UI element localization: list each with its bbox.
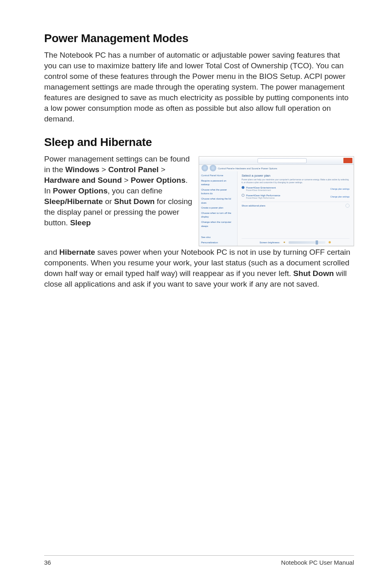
sidebar-item: Choose what closing the lid does bbox=[201, 197, 235, 205]
heading-power-management: Power Management Modes bbox=[44, 32, 354, 45]
page-footer: 36 Notebook PC User Manual bbox=[44, 555, 354, 566]
page-number: 36 bbox=[44, 559, 51, 566]
chevron-down-icon bbox=[345, 204, 350, 208]
change-settings-link: Change plan settings bbox=[330, 195, 350, 198]
bold-sleep: Sleep bbox=[70, 218, 91, 227]
bold-power-options-2: Power Options bbox=[53, 186, 108, 195]
text-fragment: > bbox=[159, 165, 165, 174]
brightness-label: Screen brightness: bbox=[260, 241, 280, 244]
bold-hardware-sound: Hardware and Sound bbox=[44, 176, 122, 184]
radio-icon bbox=[242, 186, 244, 189]
para-power-management: The Notebook PC has a number of automati… bbox=[44, 50, 354, 124]
breadcrumb-text: Control Panel ▸ Hardware and Sound ▸ Pow… bbox=[218, 167, 277, 170]
panel-title: Select a power plan bbox=[242, 174, 350, 177]
text-fragment: > bbox=[99, 165, 108, 174]
breadcrumb: Control Panel ▸ Hardware and Sound ▸ Pow… bbox=[199, 165, 354, 171]
radio-icon bbox=[242, 194, 244, 197]
power-plan-row: Power4Gear High Performance Power4Gear H… bbox=[242, 194, 350, 199]
sidebar: Control Panel Home Require a password on… bbox=[199, 171, 238, 246]
forward-icon bbox=[210, 165, 216, 171]
show-additional-row: Show additional plans bbox=[242, 202, 350, 208]
slider-knob bbox=[316, 240, 318, 245]
brightness-slider bbox=[289, 241, 325, 244]
sun-bright-icon bbox=[328, 240, 332, 244]
main-panel: Select a power plan Power plans can help… bbox=[238, 171, 354, 246]
sidebar-item: Create a power plan bbox=[201, 206, 235, 210]
sun-dim-icon bbox=[282, 240, 286, 244]
sidebar-item: Require a password on wakeup bbox=[201, 179, 235, 187]
figure-power-options-window: Control Panel ▸ Hardware and Sound ▸ Pow… bbox=[199, 156, 354, 246]
text-fragment: or bbox=[103, 197, 114, 206]
back-icon bbox=[202, 165, 208, 171]
text-fragment: , you can define bbox=[108, 186, 162, 195]
text-fragment: > bbox=[122, 176, 131, 184]
window-titlebar bbox=[199, 157, 354, 165]
see-also-item: Personalization bbox=[201, 241, 235, 245]
text-fragment: and bbox=[44, 248, 59, 256]
heading-sleep-hibernate: Sleep and Hibernate bbox=[44, 136, 354, 149]
search-field bbox=[258, 158, 307, 163]
manual-title: Notebook PC User Manual bbox=[281, 559, 354, 566]
brightness-row: Screen brightness: bbox=[242, 238, 350, 244]
power-plan-row: Power4Gear Entertainment Power4Gear Ente… bbox=[242, 186, 350, 191]
bold-shut-down-2: Shut Down bbox=[293, 269, 334, 278]
para-sleep-settings: Power management settings can be found i… bbox=[44, 154, 193, 228]
bold-hibernate: Hibernate bbox=[59, 248, 95, 256]
plan-sublabel: Power4Gear High Performance bbox=[246, 197, 280, 199]
show-additional-label: Show additional plans bbox=[242, 204, 265, 207]
plan-sublabel: Power4Gear Entertainment bbox=[246, 189, 276, 191]
bold-windows: Windows bbox=[65, 165, 99, 174]
see-also-header: See also bbox=[201, 236, 235, 240]
plan-label: Power4Gear Entertainment bbox=[246, 186, 276, 189]
change-settings-link: Change plan settings bbox=[330, 188, 350, 190]
svg-point-0 bbox=[284, 242, 285, 243]
svg-point-1 bbox=[329, 241, 331, 243]
sidebar-header: Control Panel Home bbox=[201, 174, 235, 178]
panel-description: Power plans can help you maximize your c… bbox=[242, 178, 350, 184]
sidebar-item: Choose when to turn off the display bbox=[201, 211, 235, 219]
bold-sleep-hibernate: Sleep/Hibernate bbox=[44, 197, 103, 206]
bold-power-options: Power Options bbox=[131, 176, 186, 184]
sidebar-item: Choose what the power buttons do bbox=[201, 188, 235, 196]
plan-label: Power4Gear High Performance bbox=[246, 194, 280, 197]
bold-shut-down: Shut Down bbox=[114, 197, 155, 206]
see-also-item: Windows Mobility Center bbox=[201, 246, 235, 246]
close-icon bbox=[343, 158, 352, 163]
bold-control-panel: Control Panel bbox=[108, 165, 159, 174]
sidebar-item: Change when the computer sleeps bbox=[201, 220, 235, 228]
para-sleep-continued: and Hibernate saves power when your Note… bbox=[44, 247, 354, 290]
